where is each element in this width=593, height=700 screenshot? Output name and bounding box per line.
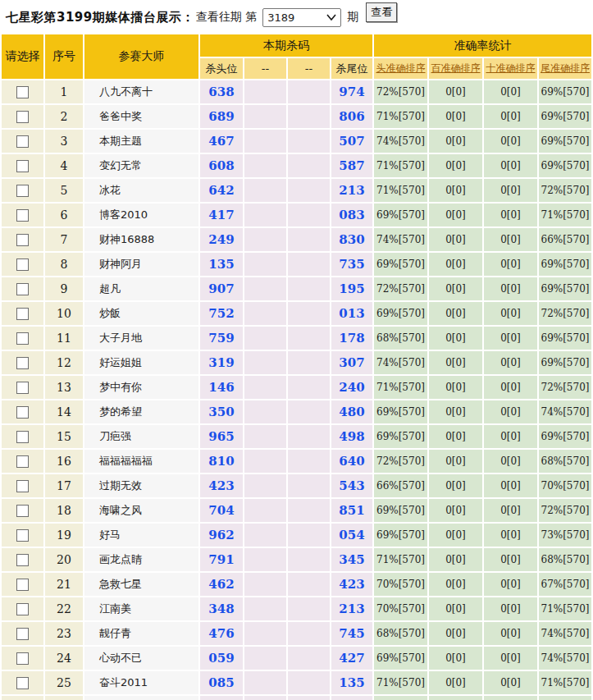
row-master-name: 冰花: [84, 179, 198, 202]
row-acc-ten: 0[0]: [484, 425, 537, 448]
row-select-cell: [2, 80, 43, 103]
row-acc-head: 66%[570]: [374, 474, 427, 497]
sort-link-hundred-accuracy[interactable]: 百准确排序: [429, 58, 482, 79]
row-acc-head: 71%[570]: [374, 671, 427, 694]
row-checkbox[interactable]: [16, 406, 29, 419]
row-index: 20: [45, 548, 83, 571]
row-kill-mid1: [244, 647, 286, 670]
row-checkbox[interactable]: [16, 505, 29, 517]
row-kill-head: 752: [200, 302, 243, 325]
row-checkbox[interactable]: [16, 357, 29, 369]
row-master-name: 本期主题: [84, 130, 198, 153]
row-checkbox[interactable]: [16, 628, 29, 640]
row-kill-mid1: [244, 277, 286, 300]
row-checkbox[interactable]: [16, 652, 29, 665]
row-checkbox[interactable]: [16, 111, 29, 123]
masters-table: 请选择 序号 参赛大师 本期杀码 准确率统计 杀头位 -- -- 杀尾位 头准确…: [0, 34, 593, 700]
row-kill-mid2: [288, 228, 330, 251]
row-master-name: 博客2010: [84, 204, 198, 226]
col-header-index: 序号: [45, 34, 83, 79]
row-acc-hundred: 0[0]: [429, 597, 482, 620]
row-acc-head: 69%[570]: [374, 499, 427, 522]
row-checkbox[interactable]: [16, 86, 29, 98]
row-checkbox[interactable]: [16, 185, 29, 197]
row-kill-tail: 423: [331, 573, 372, 596]
row-kill-tail: 806: [331, 105, 372, 128]
row-acc-hundred: 0[0]: [429, 474, 482, 497]
row-kill-tail: 640: [331, 450, 372, 473]
row-master-name: 好马: [84, 524, 198, 547]
row-kill-mid2: [288, 351, 330, 374]
topbar: 七星彩第3199期媒体擂台展示： 查看往期 第 3189 期 查看: [0, 0, 593, 34]
row-acc-ten: 0[0]: [484, 302, 537, 325]
row-kill-tail: 135: [331, 671, 372, 694]
row-kill-mid2: [288, 302, 330, 325]
row-kill-head: 350: [200, 400, 243, 423]
sort-link-tail-accuracy[interactable]: 尾准确排序: [539, 58, 591, 79]
row-checkbox[interactable]: [16, 160, 29, 172]
row-master-name: 海啸之风: [84, 499, 198, 522]
row-checkbox[interactable]: [16, 382, 29, 394]
sort-link-ten-accuracy[interactable]: 十准确排序: [484, 58, 537, 79]
row-acc-head: 71%[570]: [374, 548, 427, 571]
row-select-cell: [2, 277, 43, 300]
row-checkbox[interactable]: [16, 431, 29, 443]
sort-link-head-accuracy[interactable]: 头准确排序: [374, 58, 427, 79]
row-checkbox[interactable]: [16, 603, 29, 615]
row-master-name: 变幻无常: [84, 154, 198, 177]
row-checkbox[interactable]: [16, 554, 29, 566]
row-kill-tail: 507: [331, 130, 372, 153]
row-select-cell: [2, 302, 43, 325]
row-select-cell: [2, 130, 43, 153]
row-checkbox[interactable]: [16, 677, 29, 689]
period-select[interactable]: 3189: [262, 8, 341, 27]
row-checkbox[interactable]: [16, 332, 29, 345]
row-acc-tail: 72%[570]: [539, 302, 591, 325]
row-checkbox[interactable]: [16, 234, 29, 246]
row-kill-mid1: [244, 204, 286, 226]
row-acc-ten: [484, 696, 537, 700]
row-kill-tail: 830: [331, 228, 372, 251]
row-checkbox[interactable]: [16, 480, 29, 492]
row-master-name: 梦的希望: [84, 400, 198, 423]
chevron-down-icon: [326, 14, 336, 21]
row-checkbox[interactable]: [16, 308, 29, 320]
row-kill-mid1: [244, 400, 286, 423]
row-checkbox[interactable]: [16, 529, 29, 542]
row-kill-head: 962: [200, 524, 243, 547]
row-acc-hundred: 0[0]: [429, 351, 482, 374]
row-kill-mid1: [244, 671, 286, 694]
row-acc-ten: 0[0]: [484, 327, 537, 350]
row-checkbox[interactable]: [16, 135, 29, 148]
col-header-kill-mid2: --: [288, 58, 330, 79]
row-acc-ten: 0[0]: [484, 376, 537, 399]
row-checkbox[interactable]: [16, 455, 29, 468]
row-checkbox[interactable]: [16, 258, 29, 271]
view-button[interactable]: 查看: [366, 2, 397, 22]
col-header-select: 请选择: [2, 34, 43, 79]
row-acc-tail: 72%[570]: [539, 179, 591, 202]
row-acc-tail: 70%[570]: [539, 474, 591, 497]
row-checkbox[interactable]: [16, 209, 29, 222]
row-acc-tail: 71%[570]: [539, 204, 591, 226]
row-acc-ten: 0[0]: [484, 524, 537, 547]
row-kill-mid1: [244, 327, 286, 350]
row-select-cell: [2, 696, 43, 700]
row-kill-mid1: [244, 499, 286, 522]
row-acc-head: 72%[570]: [374, 450, 427, 473]
row-acc-tail: 69%[570]: [539, 130, 591, 153]
row-kill-mid1: [244, 253, 286, 276]
row-kill-mid1: [244, 351, 286, 374]
row-acc-ten: 0[0]: [484, 277, 537, 300]
row-checkbox[interactable]: [16, 579, 29, 591]
row-kill-tail: 427: [331, 647, 372, 670]
row-acc-hundred: 0[0]: [429, 548, 482, 571]
row-checkbox[interactable]: [16, 283, 29, 295]
row-kill-tail: 083: [331, 204, 372, 226]
row-acc-hundred: 0[0]: [429, 179, 482, 202]
row-acc-tail: 69%[570]: [539, 425, 591, 448]
row-select-cell: [2, 548, 43, 571]
row-acc-tail: 69%[570]: [539, 253, 591, 276]
row-master-name: 靓仔青: [84, 622, 198, 645]
row-kill-mid1: [244, 622, 286, 645]
